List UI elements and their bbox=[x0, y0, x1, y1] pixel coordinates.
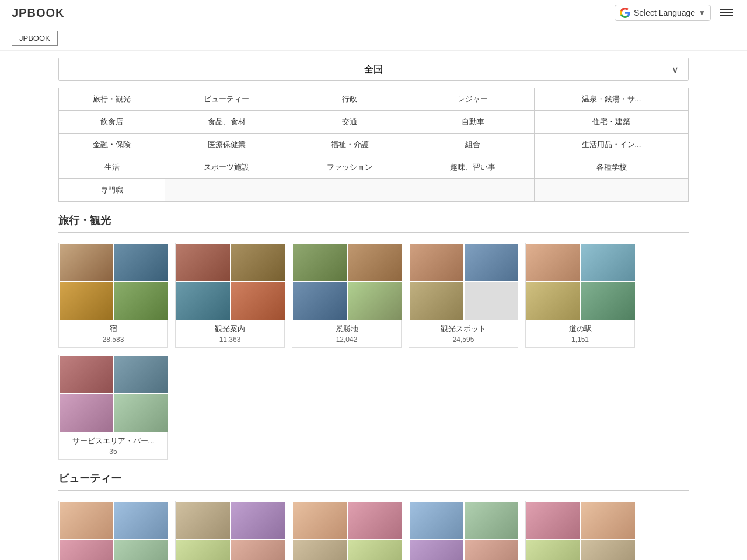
card-info-kanko-annai: 観光案内 11,363 bbox=[176, 320, 284, 347]
card-beauty-5[interactable] bbox=[525, 501, 635, 560]
language-selector[interactable]: Select Language ▼ bbox=[615, 5, 711, 21]
thumb-cell bbox=[59, 394, 114, 432]
category-cell-4-0[interactable]: 専門職 bbox=[59, 179, 165, 202]
category-cell-3-0[interactable]: 生活 bbox=[59, 156, 165, 179]
thumb-cell bbox=[581, 282, 636, 320]
card-info-michi-no-eki: 道の駅 1,151 bbox=[526, 320, 634, 347]
card-count-service-area: 35 bbox=[64, 447, 163, 456]
breadcrumb[interactable]: JPBOOK bbox=[12, 31, 58, 46]
cards-grid-beauty bbox=[58, 501, 689, 560]
category-cell-2-3[interactable]: 組合 bbox=[411, 134, 535, 156]
thumb-cell bbox=[231, 540, 285, 560]
category-grid: 旅行・観光ビューティー行政レジャー温泉・銭湯・サ...飲食店食品、食材交通自動車… bbox=[58, 88, 689, 202]
card-count-yado: 28,583 bbox=[64, 335, 163, 344]
card-thumb-beauty-4 bbox=[409, 501, 519, 560]
category-cell-1-1[interactable]: 食品、食材 bbox=[165, 111, 288, 134]
card-beauty-2[interactable] bbox=[175, 501, 285, 560]
region-select[interactable]: 全国 北海道 東北 関東 中部 近畿 中国 四国 九州 沖縄 bbox=[59, 58, 688, 80]
thumb-cell bbox=[114, 501, 169, 540]
card-beauty-4[interactable] bbox=[409, 501, 518, 560]
card-beauty-3[interactable] bbox=[292, 501, 402, 560]
card-thumb-kanko-annai bbox=[176, 243, 285, 320]
card-beauty-1[interactable] bbox=[58, 501, 168, 560]
section-travel: 旅行・観光 宿 28,583 bbox=[58, 214, 689, 460]
thumb-cell bbox=[409, 501, 464, 540]
category-cell-2-1[interactable]: 医療保健業 bbox=[165, 134, 288, 156]
category-cell-4-4 bbox=[535, 179, 689, 202]
card-thumb-beauty-3 bbox=[292, 501, 402, 560]
thumb-cell bbox=[581, 243, 636, 282]
language-label: Select Language bbox=[634, 8, 695, 18]
thumb-cell bbox=[526, 282, 581, 320]
category-cell-2-4[interactable]: 生活用品・イン... bbox=[535, 134, 689, 156]
category-cell-1-0[interactable]: 飲食店 bbox=[59, 111, 165, 134]
category-cell-3-1[interactable]: スポーツ施設 bbox=[165, 156, 288, 179]
thumb-cell bbox=[114, 394, 169, 432]
category-cell-0-1[interactable]: ビューティー bbox=[165, 88, 288, 111]
card-name-yado: 宿 bbox=[64, 324, 163, 334]
thumb-cell bbox=[526, 501, 581, 540]
thumb-cell bbox=[59, 282, 114, 320]
section-beauty: ビューティー bbox=[58, 471, 689, 560]
card-thumb-kanko-spot bbox=[409, 243, 519, 320]
category-cell-0-2[interactable]: 行政 bbox=[288, 88, 411, 111]
thumb-cell bbox=[114, 282, 169, 320]
card-thumb-michi-no-eki bbox=[526, 243, 636, 320]
thumb-cell bbox=[409, 243, 464, 282]
card-info-kanko-spot: 観光スポット 24,595 bbox=[409, 320, 518, 347]
thumb-cell bbox=[114, 540, 169, 560]
thumb-cell bbox=[59, 355, 114, 394]
category-cell-0-0[interactable]: 旅行・観光 bbox=[59, 88, 165, 111]
category-cell-0-4[interactable]: 温泉・銭湯・サ... bbox=[535, 88, 689, 111]
thumb-cell bbox=[292, 540, 347, 560]
category-cell-4-2 bbox=[288, 179, 411, 202]
cards-grid-travel: 宿 28,583 観光案内 11,363 bbox=[58, 243, 689, 460]
thumb-cell bbox=[464, 501, 519, 540]
card-michi-no-eki[interactable]: 道の駅 1,151 bbox=[525, 243, 635, 348]
thumb-cell bbox=[347, 540, 402, 560]
region-selector-container: 全国 北海道 東北 関東 中部 近畿 中国 四国 九州 沖縄 ∨ bbox=[59, 58, 688, 80]
card-kanko-annai[interactable]: 観光案内 11,363 bbox=[175, 243, 285, 348]
category-cell-3-2[interactable]: ファッション bbox=[288, 156, 411, 179]
card-kanko-spot[interactable]: 観光スポット 24,595 bbox=[409, 243, 518, 348]
category-cell-0-3[interactable]: レジャー bbox=[411, 88, 535, 111]
menu-line-2 bbox=[720, 12, 733, 13]
category-cell-4-3 bbox=[411, 179, 535, 202]
category-cell-2-0[interactable]: 金融・保険 bbox=[59, 134, 165, 156]
thumb-cell bbox=[292, 282, 347, 320]
card-name-kanko-annai: 観光案内 bbox=[180, 324, 280, 334]
site-logo[interactable]: JPBOOK bbox=[12, 6, 64, 20]
card-service-area[interactable]: サービスエリア・パー... 35 bbox=[58, 355, 168, 460]
thumb-cell bbox=[347, 243, 402, 282]
card-thumb-yado bbox=[59, 243, 169, 320]
category-cell-1-4[interactable]: 住宅・建築 bbox=[535, 111, 689, 134]
category-cell-3-3[interactable]: 趣味、習い事 bbox=[411, 156, 535, 179]
thumb-cell bbox=[464, 282, 519, 320]
card-thumb-keishochi bbox=[292, 243, 402, 320]
thumb-cell bbox=[59, 243, 114, 282]
thumb-cell bbox=[176, 282, 231, 320]
thumb-cell bbox=[526, 540, 581, 560]
category-cell-1-2[interactable]: 交通 bbox=[288, 111, 411, 134]
thumb-cell bbox=[347, 282, 402, 320]
thumb-cell bbox=[409, 282, 464, 320]
thumb-cell bbox=[292, 243, 347, 282]
thumb-cell bbox=[114, 355, 169, 394]
category-cell-1-3[interactable]: 自動車 bbox=[411, 111, 535, 134]
menu-line-3 bbox=[720, 15, 733, 16]
category-cell-3-4[interactable]: 各種学校 bbox=[535, 156, 689, 179]
thumb-cell bbox=[176, 243, 231, 282]
card-keishochi[interactable]: 景勝地 12,042 bbox=[292, 243, 402, 348]
card-name-service-area: サービスエリア・パー... bbox=[64, 436, 163, 446]
thumb-cell bbox=[464, 540, 519, 560]
card-yado[interactable]: 宿 28,583 bbox=[58, 243, 168, 348]
thumb-cell bbox=[176, 501, 231, 540]
menu-icon[interactable] bbox=[718, 7, 735, 19]
thumb-cell bbox=[231, 243, 285, 282]
section-title-beauty: ビューティー bbox=[58, 471, 689, 491]
thumb-cell bbox=[59, 540, 114, 560]
card-info-keishochi: 景勝地 12,042 bbox=[292, 320, 401, 347]
thumb-cell bbox=[347, 501, 402, 540]
category-cell-2-2[interactable]: 福祉・介護 bbox=[288, 134, 411, 156]
header-right: Select Language ▼ bbox=[615, 5, 735, 21]
